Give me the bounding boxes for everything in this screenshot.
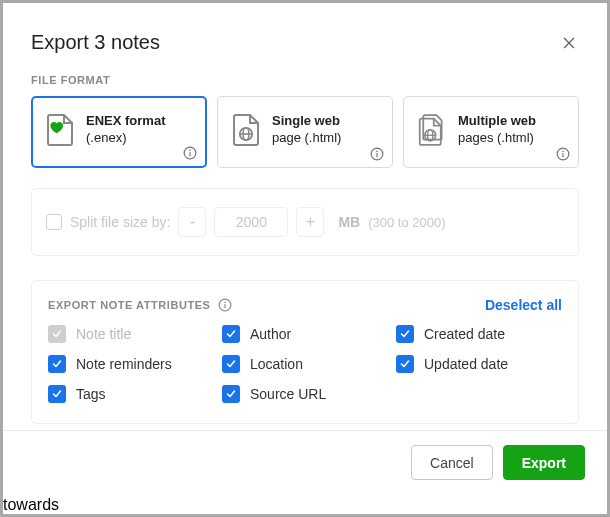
attr-created-date[interactable]: Created date (396, 325, 562, 343)
attr-note-reminders[interactable]: Note reminders (48, 355, 214, 373)
checkbox-icon (48, 325, 66, 343)
attr-tags[interactable]: Tags (48, 385, 214, 403)
format-card-enex[interactable]: ENEX format(.enex) (31, 96, 207, 168)
close-icon (561, 35, 577, 51)
svg-rect-7 (376, 153, 377, 157)
format-card-text: ENEX format(.enex) (86, 113, 165, 147)
split-label: Split file size by: (70, 214, 170, 230)
attr-label: Tags (76, 386, 106, 402)
svg-point-11 (562, 151, 564, 153)
svg-rect-12 (562, 153, 563, 157)
info-icon[interactable] (218, 298, 232, 312)
close-button[interactable] (559, 33, 579, 53)
svg-point-6 (376, 151, 378, 153)
checkbox-icon (222, 355, 240, 373)
format-card-multi-html[interactable]: Multiple webpages (.html) (403, 96, 579, 168)
cancel-button[interactable]: Cancel (411, 445, 493, 480)
checkbox-icon (396, 325, 414, 343)
info-icon[interactable] (556, 147, 570, 161)
attr-updated-date[interactable]: Updated date (396, 355, 562, 373)
attr-label: Note title (76, 326, 131, 342)
file-multi-html-icon (418, 113, 446, 147)
attr-note-title: Note title (48, 325, 214, 343)
info-icon[interactable] (370, 147, 384, 161)
info-icon[interactable] (183, 146, 197, 160)
attr-label: Note reminders (76, 356, 172, 372)
svg-point-1 (189, 150, 191, 152)
svg-point-14 (225, 302, 227, 304)
split-checkbox (46, 214, 62, 230)
format-card-single-html[interactable]: Single webpage (.html) (217, 96, 393, 168)
split-file-section: Split file size by: - + MB (300 to 2000) (31, 188, 579, 256)
attr-label: Created date (424, 326, 505, 342)
checkbox-icon (48, 355, 66, 373)
dialog-title: Export 3 notes (31, 31, 160, 54)
split-range: (300 to 2000) (368, 215, 445, 230)
export-button[interactable]: Export (503, 445, 585, 480)
svg-rect-15 (225, 304, 226, 308)
checkbox-icon (396, 355, 414, 373)
export-attrs-label: EXPORT NOTE ATTRIBUTES (48, 299, 210, 311)
checkbox-icon (222, 325, 240, 343)
attr-label: Updated date (424, 356, 508, 372)
attr-author[interactable]: Author (222, 325, 388, 343)
checkbox-icon (222, 385, 240, 403)
format-card-text: Multiple webpages (.html) (458, 113, 536, 147)
split-size-input (214, 207, 288, 237)
file-single-html-icon (232, 113, 260, 147)
svg-rect-2 (189, 152, 190, 156)
format-card-text: Single webpage (.html) (272, 113, 341, 147)
split-decrement: - (178, 207, 206, 237)
attr-label: Location (250, 356, 303, 372)
split-increment: + (296, 207, 324, 237)
attr-label: Author (250, 326, 291, 342)
attr-source-url[interactable]: Source URL (222, 385, 388, 403)
deselect-all-link[interactable]: Deselect all (485, 297, 562, 313)
attr-label: Source URL (250, 386, 326, 402)
split-unit: MB (338, 214, 360, 230)
checkbox-icon (48, 385, 66, 403)
file-enex-icon (46, 113, 74, 147)
file-format-label: FILE FORMAT (31, 74, 579, 86)
attr-location[interactable]: Location (222, 355, 388, 373)
